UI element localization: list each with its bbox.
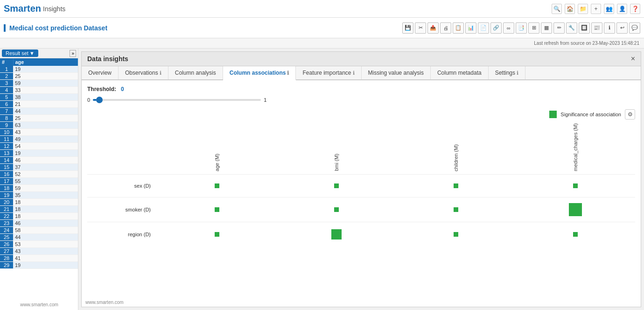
result-set-button[interactable]: Result set ▼ bbox=[2, 49, 38, 57]
tab-overview[interactable]: Overview bbox=[82, 66, 119, 79]
table-row: 2458 bbox=[0, 227, 78, 234]
cell-smoker-children bbox=[396, 201, 516, 218]
row-region-label: region (D) bbox=[87, 232, 157, 237]
row-number: 26 bbox=[0, 241, 13, 248]
tool1-icon[interactable]: ⊞ bbox=[528, 22, 539, 34]
layout-icon[interactable]: 🔲 bbox=[579, 22, 590, 34]
row-value: 25 bbox=[13, 115, 78, 122]
assoc-square-sex-age bbox=[215, 183, 219, 188]
col-header-bmi-text: bmi (M) bbox=[334, 154, 339, 171]
tool2-icon[interactable]: ▦ bbox=[541, 22, 552, 34]
tab-settings[interactable]: Settings ℹ bbox=[489, 66, 525, 79]
assoc-square-region-bmi-medium bbox=[331, 229, 342, 240]
save-icon[interactable]: 💾 bbox=[402, 22, 413, 34]
content-area: Threshold: 0 0 1 Significance of associa… bbox=[82, 80, 641, 307]
row-number: 2 bbox=[0, 73, 13, 80]
print-icon[interactable]: 🖨 bbox=[440, 22, 451, 34]
logo-insights: Insights bbox=[43, 5, 65, 13]
row-number: 24 bbox=[0, 227, 13, 234]
table-row: 825 bbox=[0, 115, 78, 122]
cell-region-bmi bbox=[277, 226, 396, 243]
users-icon[interactable]: 👥 bbox=[604, 4, 614, 14]
pages-icon[interactable]: 📑 bbox=[516, 22, 527, 34]
sidebar: Result set ▼ » # age 1192253594335386217… bbox=[0, 49, 78, 310]
close-button[interactable]: × bbox=[631, 55, 635, 63]
news-icon[interactable]: 📰 bbox=[591, 22, 602, 34]
tab-missing-value[interactable]: Missing value analysis bbox=[362, 66, 431, 79]
threshold-row: Threshold: 0 bbox=[87, 86, 635, 92]
tab-feature-importance[interactable]: Feature importance ℹ bbox=[296, 66, 361, 79]
comment-icon[interactable]: 💬 bbox=[629, 22, 640, 34]
row-smoker: smoker (D) bbox=[87, 197, 635, 222]
table-row: 1537 bbox=[0, 164, 78, 171]
cell-sex-children bbox=[396, 178, 516, 193]
row-number: 11 bbox=[0, 136, 13, 143]
col-headers: age (M) bmi (M) children (M) medical_cha… bbox=[157, 123, 635, 174]
row-number: 21 bbox=[0, 206, 13, 213]
col-header-children: children (M) bbox=[396, 123, 516, 174]
table-row: 538 bbox=[0, 94, 78, 101]
assoc-square-sex-children bbox=[454, 183, 458, 188]
legend-color-box bbox=[549, 111, 557, 118]
row-value: 33 bbox=[13, 87, 78, 94]
assoc-square-smoker-charges-large bbox=[569, 203, 582, 216]
config-icon[interactable]: 🔧 bbox=[566, 22, 577, 34]
help-icon[interactable]: ❓ bbox=[630, 4, 640, 14]
col-header-age: age bbox=[13, 58, 78, 66]
row-smoker-cells bbox=[157, 201, 635, 218]
user-icon[interactable]: 👤 bbox=[617, 4, 627, 14]
row-value: 46 bbox=[13, 220, 78, 227]
assoc-square-smoker-age bbox=[215, 207, 219, 212]
threshold-slider[interactable] bbox=[93, 99, 261, 101]
cell-sex-age bbox=[157, 178, 277, 193]
collapse-button[interactable]: » bbox=[70, 50, 76, 57]
home-icon[interactable]: 🏠 bbox=[565, 4, 575, 14]
chart-icon[interactable]: 📊 bbox=[465, 22, 476, 34]
row-number: 1 bbox=[0, 66, 13, 73]
cell-smoker-bmi bbox=[277, 201, 396, 218]
add-icon[interactable]: + bbox=[591, 4, 601, 14]
row-number: 16 bbox=[0, 171, 13, 178]
link-icon[interactable]: 🔗 bbox=[490, 22, 502, 34]
table-row: 2743 bbox=[0, 248, 78, 255]
undo-icon[interactable]: ↩ bbox=[616, 22, 628, 34]
row-value: 63 bbox=[13, 122, 78, 129]
slider-max-label: 1 bbox=[264, 97, 266, 103]
refresh-text: Last refresh from source on 23-May-2023 … bbox=[534, 41, 639, 46]
cell-sex-bmi bbox=[277, 178, 396, 193]
tab-observations[interactable]: Observations ℹ bbox=[119, 66, 168, 79]
row-value: 58 bbox=[13, 227, 78, 234]
data-table: # age 1192253594335386217448259631043114… bbox=[0, 58, 78, 269]
table-row: 2346 bbox=[0, 220, 78, 227]
tab-column-associations[interactable]: Column associations ℹ bbox=[223, 66, 296, 80]
doc-icon[interactable]: 📄 bbox=[478, 22, 489, 34]
info2-icon[interactable]: ℹ bbox=[604, 22, 615, 34]
tab-column-analysis[interactable]: Column analysis bbox=[168, 66, 223, 79]
assoc-square-region-charges bbox=[573, 232, 578, 237]
col-header-bmi: bmi (M) bbox=[277, 123, 396, 174]
table-row: 2841 bbox=[0, 255, 78, 262]
insights-title: Data insights bbox=[87, 55, 128, 63]
folder-icon[interactable]: 📁 bbox=[578, 4, 588, 14]
assoc-square-smoker-children bbox=[454, 207, 458, 212]
search-icon[interactable]: 🔍 bbox=[552, 4, 562, 14]
chart-settings-icon[interactable]: ⚙ bbox=[625, 109, 635, 120]
row-value: 18 bbox=[13, 206, 78, 213]
edit-icon[interactable]: ✏ bbox=[553, 22, 565, 34]
cut-icon[interactable]: ✂ bbox=[415, 22, 426, 34]
row-value: 35 bbox=[13, 192, 78, 199]
main-area: Result set ▼ » # age 1192253594335386217… bbox=[0, 49, 644, 310]
table-row: 1149 bbox=[0, 136, 78, 143]
row-number: 8 bbox=[0, 115, 13, 122]
export-icon[interactable]: 📤 bbox=[427, 22, 439, 34]
row-number: 13 bbox=[0, 150, 13, 157]
row-number: 5 bbox=[0, 94, 13, 101]
toolbar: 💾 ✂ 📤 🖨 📋 📊 📄 🔗 ∞ 📑 ⊞ ▦ ✏ 🔧 🔲 📰 ℹ ↩ 💬 bbox=[402, 22, 640, 34]
table-icon[interactable]: 📋 bbox=[453, 22, 464, 34]
insights-panel: Data insights × Overview Observations ℹ … bbox=[81, 51, 641, 307]
tab-column-metadata[interactable]: Column metadata bbox=[431, 66, 489, 79]
table-row: 1446 bbox=[0, 157, 78, 164]
row-number: 10 bbox=[0, 129, 13, 136]
row-value: 38 bbox=[13, 94, 78, 101]
infinity-icon[interactable]: ∞ bbox=[503, 22, 514, 34]
